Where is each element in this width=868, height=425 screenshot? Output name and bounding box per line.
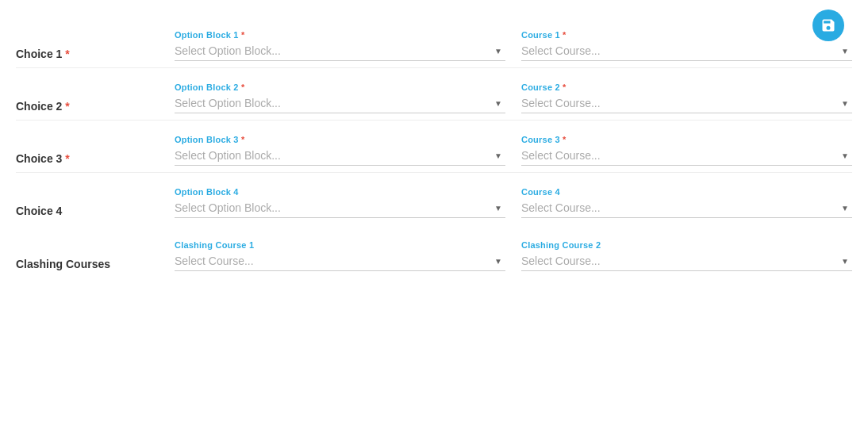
course-3-select[interactable]: Select Course...: [521, 149, 852, 162]
course-1-wrapper: Select Course...▼: [521, 44, 852, 61]
course-2-select[interactable]: Select Course...: [521, 97, 852, 109]
save-button[interactable]: [812, 10, 844, 41]
option-block-4-wrapper: Select Option Block...▼: [175, 201, 505, 218]
choice-1-label: Choice 1 *: [16, 30, 175, 60]
clashing-course2-wrapper: Select Course... ▼: [521, 255, 852, 271]
course-3-wrapper: Select Course...▼: [521, 149, 852, 166]
course-3-col: Course 3 *Select Course...▼: [521, 135, 852, 166]
save-icon: [820, 17, 836, 33]
choice-row-2: Choice 2 *Option Block 2 *Select Option …: [16, 68, 852, 121]
option-block-2-label: Option Block 2 *: [175, 82, 505, 92]
option-block-2-wrapper: Select Option Block...▼: [175, 97, 505, 113]
clashing-course2-label: Clashing Course 2: [521, 240, 852, 250]
course-4-col: Course 4Select Course...▼: [521, 187, 852, 218]
clashing-course1-label: Clashing Course 1: [175, 240, 505, 250]
choice-4-label: Choice 4: [16, 187, 175, 217]
option-block-2-col: Option Block 2 *Select Option Block...▼: [175, 82, 505, 113]
course-2-col: Course 2 *Select Course...▼: [521, 82, 852, 113]
course-1-label: Course 1 *: [521, 30, 852, 40]
clashing-course1-col: Clashing Course 1 Select Course... ▼: [175, 240, 505, 271]
required-asterisk: *: [563, 135, 567, 144]
clashing-courses-section: Clashing Courses Clashing Course 1 Selec…: [16, 224, 852, 278]
required-asterisk: *: [241, 82, 245, 92]
required-asterisk: *: [65, 100, 69, 113]
course-2-wrapper: Select Course...▼: [521, 97, 852, 113]
option-block-3-wrapper: Select Option Block...▼: [175, 149, 505, 166]
choice-rows: Choice 1 *Option Block 1 *Select Option …: [16, 16, 852, 224]
option-block-3-label: Option Block 3 *: [175, 135, 505, 144]
option-block-2-select[interactable]: Select Option Block...: [175, 97, 505, 109]
clashing-course2-select[interactable]: Select Course...: [521, 255, 852, 267]
required-asterisk: *: [241, 30, 245, 40]
choice-3-fields-group: Option Block 3 *Select Option Block...▼C…: [175, 135, 852, 166]
course-4-label: Course 4: [521, 187, 852, 197]
option-block-1-select[interactable]: Select Option Block...: [175, 44, 505, 57]
option-block-1-col: Option Block 1 *Select Option Block...▼: [175, 30, 505, 61]
clashing-fields-group: Clashing Course 1 Select Course... ▼ Cla…: [175, 240, 852, 271]
required-asterisk: *: [563, 30, 567, 40]
required-asterisk: *: [563, 82, 567, 92]
choice-row-4: Choice 4Option Block 4Select Option Bloc…: [16, 173, 852, 224]
choice-row-1: Choice 1 *Option Block 1 *Select Option …: [16, 16, 852, 68]
clashing-course2-col: Clashing Course 2 Select Course... ▼: [521, 240, 852, 271]
clashing-course1-wrapper: Select Course... ▼: [175, 255, 505, 271]
required-asterisk: *: [65, 152, 69, 165]
choice-2-label: Choice 2 *: [16, 82, 175, 113]
course-4-select[interactable]: Select Course...: [521, 201, 852, 214]
course-3-label: Course 3 *: [521, 135, 852, 144]
option-block-3-col: Option Block 3 *Select Option Block...▼: [175, 135, 505, 166]
option-block-4-select[interactable]: Select Option Block...: [175, 201, 505, 214]
required-asterisk: *: [65, 48, 69, 60]
course-1-select[interactable]: Select Course...: [521, 44, 852, 57]
course-1-col: Course 1 *Select Course...▼: [521, 30, 852, 61]
choice-3-label: Choice 3 *: [16, 135, 175, 165]
option-block-1-label: Option Block 1 *: [175, 30, 505, 40]
choice-2-fields-group: Option Block 2 *Select Option Block...▼C…: [175, 82, 852, 113]
clashing-courses-label: Clashing Courses: [16, 240, 175, 270]
clashing-course1-select[interactable]: Select Course...: [175, 255, 505, 267]
choice-row-3: Choice 3 *Option Block 3 *Select Option …: [16, 121, 852, 173]
required-asterisk: *: [241, 135, 245, 144]
choice-4-fields-group: Option Block 4Select Option Block...▼Cou…: [175, 187, 852, 218]
option-block-4-col: Option Block 4Select Option Block...▼: [175, 187, 505, 218]
course-4-wrapper: Select Course...▼: [521, 201, 852, 218]
option-block-1-wrapper: Select Option Block...▼: [175, 44, 505, 61]
choice-1-fields-group: Option Block 1 *Select Option Block...▼C…: [175, 30, 852, 61]
page-container: Choice 1 *Option Block 1 *Select Option …: [0, 0, 868, 425]
course-2-label: Course 2 *: [521, 82, 852, 92]
option-block-3-select[interactable]: Select Option Block...: [175, 149, 505, 162]
option-block-4-label: Option Block 4: [175, 187, 505, 197]
